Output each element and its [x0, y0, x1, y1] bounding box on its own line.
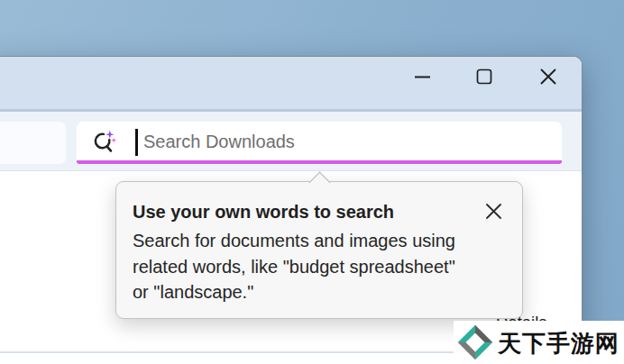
- address-bar[interactable]: [0, 122, 66, 164]
- watermark-text: 天下手游网: [498, 328, 619, 359]
- watermark: 天下手游网: [454, 321, 624, 364]
- minimize-button[interactable]: [404, 62, 440, 93]
- close-button[interactable]: [530, 62, 566, 93]
- search-accent-underline: [77, 160, 562, 165]
- tooltip-close-button[interactable]: [480, 199, 507, 226]
- search-input[interactable]: [142, 122, 542, 161]
- tooltip-body-line: or "landscape.": [133, 279, 455, 305]
- maximize-button[interactable]: [466, 62, 502, 93]
- close-icon: [539, 68, 557, 88]
- maximize-icon: [475, 68, 493, 88]
- tooltip-body-line: related words, like "budget spreadsheet": [133, 254, 455, 280]
- tooltip-body-line: Search for documents and images using: [133, 228, 455, 254]
- text-cursor: [135, 129, 138, 156]
- search-box[interactable]: [77, 122, 562, 164]
- search-sparkle-icon: [91, 128, 119, 156]
- search-teaching-tooltip: Use your own words to search Search for …: [115, 181, 523, 319]
- explorer-toolbar: [0, 112, 582, 171]
- window-titlebar[interactable]: [0, 57, 582, 109]
- tooltip-body: Search for documents and images using re…: [133, 228, 455, 305]
- tooltip-title: Use your own words to search: [133, 202, 394, 223]
- file-explorer-window: Details oft Edge PDF Document 555 KB Use…: [0, 56, 583, 364]
- desktop: Details oft Edge PDF Document 555 KB Use…: [0, 0, 624, 364]
- close-icon: [485, 203, 502, 223]
- watermark-logo-icon: [456, 323, 494, 361]
- minimize-icon: [413, 68, 431, 88]
